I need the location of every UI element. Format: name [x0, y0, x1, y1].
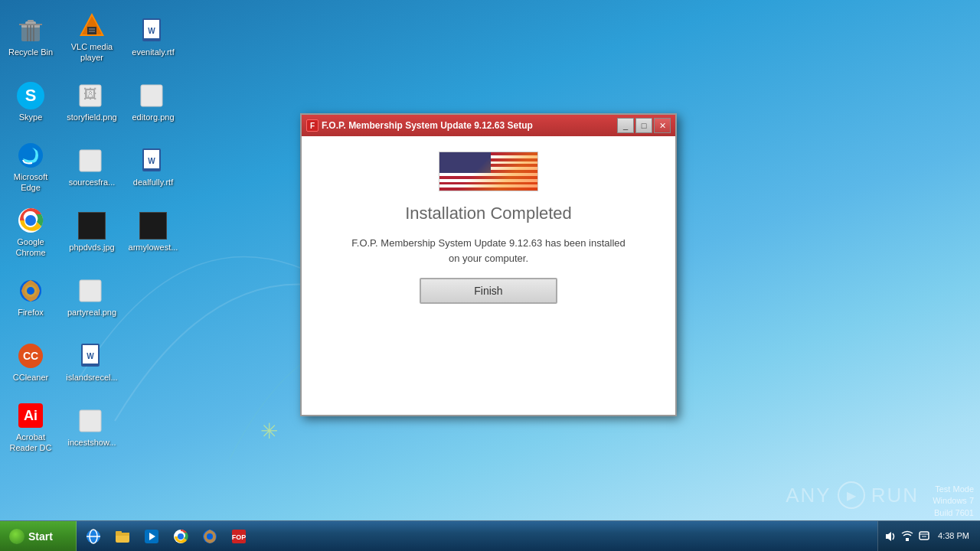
svg-rect-55 [920, 532, 929, 540]
maximize-button[interactable]: □ [635, 118, 652, 133]
desktop-icon-phpdvds[interactable]: phpdvds.jpg [61, 199, 122, 264]
close-button[interactable]: ✕ [654, 118, 671, 133]
desktop-icon-armylowest[interactable]: armylowest... [122, 199, 184, 264]
setup-dialog: F F.O.P. Membership System Update 9.12.6… [300, 113, 677, 416]
svg-rect-54 [906, 538, 909, 541]
desktop-icon-storyfield[interactable]: 🖼 storyfield.png [61, 69, 122, 134]
desktop-icon-evenitaly[interactable]: W evenitaly.rtf [122, 4, 184, 69]
desktop-icon-islandsrecel[interactable]: W islandsrecel... [61, 329, 122, 394]
svg-rect-23 [89, 31, 95, 32]
desktop-icon-incestshower[interactable]: incestshow... [61, 394, 122, 459]
desktop-icon-skype[interactable]: S Skype [0, 69, 61, 134]
desktop-icon-dealfully[interactable]: W dealfully.rtf [122, 134, 184, 199]
svg-point-50 [207, 533, 213, 540]
svg-text:FOP: FOP [232, 533, 247, 541]
taskbar-fop-icon[interactable]: FOP [225, 523, 253, 550]
action-center-icon[interactable] [918, 530, 930, 543]
svg-point-48 [178, 533, 184, 540]
dialog-completion-heading: Installation Completed [405, 204, 572, 223]
svg-rect-22 [89, 28, 95, 30]
anyrun-play-icon: ▶ [838, 481, 865, 509]
anyrun-suffix: RUN [871, 484, 919, 507]
desktop-icon-recycle-bin[interactable]: Recycle Bin [0, 4, 61, 69]
svg-rect-27 [80, 280, 101, 302]
desktop-icon-editorg[interactable]: editorg.png [122, 69, 184, 134]
taskbar-chrome-icon[interactable] [167, 523, 194, 550]
svg-rect-31 [80, 410, 101, 432]
taskbar-right: 4:38 PM [877, 521, 980, 552]
taskbar-media-icon[interactable] [138, 523, 165, 550]
test-mode-watermark: Test Mode Windows 7 Build 7601 [933, 484, 974, 519]
dialog-title-text: F.O.P. Membership System Update 9.12.63 … [322, 120, 614, 131]
dialog-body: Installation Completed F.O.P. Membership… [302, 136, 675, 415]
svg-text:CC: CC [23, 350, 38, 362]
desktop-icon-ccleaner[interactable]: CC CCleaner [0, 329, 61, 394]
start-button[interactable]: Start [0, 521, 77, 552]
dialog-title-icon: F [306, 119, 318, 132]
system-clock[interactable]: 4:38 PM [933, 530, 974, 542]
svg-point-14 [27, 287, 34, 295]
volume-icon[interactable] [884, 530, 897, 543]
dialog-window-controls: _ □ ✕ [617, 118, 671, 133]
svg-marker-53 [886, 532, 891, 541]
svg-rect-35 [141, 85, 162, 106]
finish-button[interactable]: Finish [420, 278, 557, 304]
taskbar-middle: FOP [77, 523, 877, 550]
desktop-icon-partyreal[interactable]: partyreal.png [61, 264, 122, 329]
svg-text:🖼: 🖼 [83, 86, 97, 102]
dialog-titlebar: F F.O.P. Membership System Update 9.12.6… [302, 115, 675, 136]
svg-text:W: W [87, 352, 94, 360]
svg-rect-44 [116, 531, 122, 534]
desktop-icon-vlc[interactable]: VLC media player [61, 4, 122, 69]
system-tray [884, 530, 930, 543]
svg-text:W: W [148, 27, 155, 35]
desktop-icon-firefox[interactable]: Firefox [0, 264, 61, 329]
dialog-description: F.O.P. Membership System Update 9.12.63 … [351, 236, 625, 266]
minimize-button[interactable]: _ [617, 118, 634, 133]
desktop-icon-acrobat[interactable]: Ai Acrobat Reader DC [0, 394, 61, 459]
anyrun-text: ANY [786, 484, 831, 507]
network-icon[interactable] [901, 530, 913, 543]
desktop-icon-sourcesfra[interactable]: sourcesfra... [61, 134, 122, 199]
svg-text:W: W [148, 157, 155, 165]
svg-rect-26 [80, 150, 101, 171]
svg-text:Ai: Ai [24, 408, 38, 423]
taskbar-ie-icon[interactable] [80, 523, 107, 550]
dialog-banner-image [439, 152, 538, 191]
svg-rect-7 [28, 20, 34, 22]
anyrun-watermark: ANY ▶ RUN [786, 481, 919, 509]
taskbar: Start [0, 520, 980, 551]
taskbar-explorer-icon[interactable] [109, 523, 136, 550]
desktop-icon-chrome[interactable]: Google Chrome [0, 199, 61, 264]
start-orb [9, 529, 24, 544]
taskbar-firefox-icon[interactable] [196, 523, 224, 550]
desktop-icon-msedge[interactable]: Microsoft Edge [0, 134, 61, 199]
svg-point-11 [27, 217, 34, 224]
